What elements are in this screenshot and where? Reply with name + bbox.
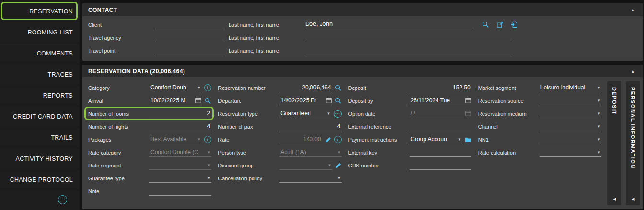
field-cancellation-policy: Cancellation policy ▼ xyxy=(218,172,342,185)
deposit-input[interactable]: 152.50 xyxy=(410,84,472,92)
arrival-label: Arrival xyxy=(88,98,150,104)
rate-category-dropdown: Comfort Double (C ▼ xyxy=(150,148,211,157)
option-date-input: / / xyxy=(410,110,472,118)
gds-number-label: GDS number xyxy=(348,163,410,168)
side-tabs: DEPOSIT ◀ PERSONAL INFORMATION ◀ xyxy=(607,81,640,205)
rate-calculation-dropdown[interactable]: ▼ xyxy=(540,148,601,157)
external-reference-input[interactable] xyxy=(410,122,472,131)
gds-number-input[interactable] xyxy=(410,161,472,170)
field-option-date: Option date / / xyxy=(348,107,472,120)
nn1-dropdown[interactable]: ▼ xyxy=(540,135,601,144)
number-of-pax-input[interactable]: 4 xyxy=(279,122,341,131)
empty-cell xyxy=(218,185,342,198)
field-nn1: NN1 ▼ xyxy=(478,133,602,146)
number-of-pax-label: Number of pax xyxy=(218,124,279,130)
tab-deposit[interactable]: DEPOSIT ◀ xyxy=(607,81,621,205)
import-contact-icon[interactable] xyxy=(511,21,518,28)
field-category: Category Comfort Doub ▼ i xyxy=(88,81,212,94)
field-external-key: External key xyxy=(348,146,472,159)
rate-category-label: Rate category xyxy=(88,150,150,155)
field-external-reference: External reference xyxy=(348,120,472,133)
contact-row-travel-point: Travel point Last name, first name xyxy=(88,44,637,57)
search-icon[interactable] xyxy=(335,98,342,104)
external-key-input[interactable] xyxy=(410,148,472,157)
reservation-number-label: Reservation number xyxy=(218,85,279,91)
rate-label: Rate xyxy=(218,137,279,143)
reservation-type-dropdown[interactable]: Guaranteed ▼ xyxy=(279,110,331,118)
departure-date-input[interactable]: 14/02/2025 Fr xyxy=(279,97,332,105)
search-icon[interactable] xyxy=(205,98,211,104)
field-departure: Departure 14/02/2025 Fr xyxy=(218,94,342,107)
guarantee-type-dropdown[interactable]: ▼ xyxy=(150,174,211,183)
sidebar-item-label: CHANGE PROTOCOL xyxy=(10,177,73,183)
arrival-date-input[interactable]: 10/02/2025 M xyxy=(150,97,202,105)
number-of-nights-label: Number of nights xyxy=(88,124,150,130)
packages-dropdown: Best Available ▼ xyxy=(150,135,201,144)
sidebar-item-traces[interactable]: TRACES xyxy=(0,64,80,85)
external-reference-label: External reference xyxy=(348,124,410,130)
ellipsis-circle-icon[interactable]: ··· xyxy=(334,110,342,118)
pencil-icon[interactable] xyxy=(335,162,342,169)
chevron-down-icon: ▼ xyxy=(597,150,601,155)
client-code-input[interactable] xyxy=(155,21,225,29)
travel-point-name-input[interactable] xyxy=(304,46,511,55)
client-name-input[interactable]: Doe, John xyxy=(304,21,472,29)
calendar-icon[interactable] xyxy=(465,97,472,104)
calendar-icon[interactable] xyxy=(195,97,202,104)
travel-agency-code-input[interactable] xyxy=(155,33,225,42)
travel-agency-label: Travel agency xyxy=(88,35,155,41)
chevron-down-icon: ▼ xyxy=(207,163,211,167)
field-note: Note xyxy=(88,185,212,198)
market-segment-dropdown[interactable]: Leisure Individual ▼ xyxy=(540,84,601,92)
search-icon[interactable] xyxy=(482,21,489,28)
tab-personal-information[interactable]: PERSONAL INFORMATION ◀ xyxy=(626,81,640,205)
sidebar-item-comments[interactable]: COMMENTS xyxy=(0,43,80,64)
sidebar-item-trails[interactable]: TRAILS xyxy=(0,127,80,148)
info-icon[interactable]: i xyxy=(204,84,211,91)
reservation-medium-dropdown[interactable]: ▼ xyxy=(540,110,601,118)
payment-instructions-label: Payment instructions xyxy=(348,137,410,143)
pencil-icon[interactable] xyxy=(325,136,332,143)
contact-panel-title: CONTACT xyxy=(88,7,117,13)
category-dropdown[interactable]: Comfort Doub ▼ xyxy=(150,84,201,92)
reservation-data-title: RESERVATION DATA (20,006,464) xyxy=(88,68,185,75)
chevron-down-icon: ▼ xyxy=(327,111,331,116)
travel-agency-name-input[interactable] xyxy=(304,33,511,42)
cancellation-policy-dropdown[interactable]: ▼ xyxy=(279,174,341,183)
sidebar-item-credit-card-data[interactable]: CREDIT CARD DATA xyxy=(0,106,80,127)
chevron-down-icon: ▼ xyxy=(328,163,332,167)
field-channel: Channel ▼ xyxy=(478,120,602,133)
reservation-source-dropdown[interactable]: ▼ xyxy=(540,97,601,105)
sidebar-item-change-protocol[interactable]: CHANGE PROTOCOL xyxy=(0,169,80,190)
field-number-of-pax: Number of pax 4 xyxy=(218,120,342,133)
rate-calculation-label: Rate calculation xyxy=(478,150,540,155)
open-profile-icon[interactable] xyxy=(496,21,504,28)
folder-icon[interactable] xyxy=(465,136,472,143)
sidebar-item-rooming-list[interactable]: ROOMING LIST xyxy=(0,22,80,43)
collapse-icon[interactable]: ▲ xyxy=(629,68,637,75)
note-input[interactable] xyxy=(150,187,211,196)
empty-cell xyxy=(348,185,472,198)
cancellation-policy-label: Cancellation policy xyxy=(218,176,279,181)
chevron-down-icon: ▼ xyxy=(207,150,211,155)
chevron-left-icon[interactable]: ◀ xyxy=(632,193,635,201)
info-icon[interactable]: i xyxy=(204,136,211,143)
client-actions xyxy=(479,21,518,28)
travel-point-code-input[interactable] xyxy=(155,46,225,55)
sidebar-item-activity-history[interactable]: ACTIVITY HISTORY xyxy=(0,148,80,169)
info-icon[interactable]: i xyxy=(334,136,342,143)
search-icon[interactable] xyxy=(335,85,342,91)
collapse-icon[interactable]: ▲ xyxy=(629,7,637,13)
calendar-icon[interactable] xyxy=(325,97,332,104)
sidebar-item-reports[interactable]: REPORTS xyxy=(0,85,80,106)
client-label: Client xyxy=(88,22,155,28)
contact-row-travel-agency: Travel agency Last name, first name xyxy=(88,31,637,44)
sidebar-item-reservation[interactable]: RESERVATION xyxy=(0,1,80,22)
payment-instructions-dropdown[interactable]: Group Accoun ▼ xyxy=(410,135,462,144)
chevron-left-icon[interactable]: ◀ xyxy=(613,193,616,201)
ellipsis-circle-icon[interactable]: ··· xyxy=(58,195,67,204)
number-of-rooms-input[interactable]: 2 xyxy=(150,110,211,118)
chevron-down-icon: ▼ xyxy=(597,99,601,103)
channel-dropdown[interactable]: ▼ xyxy=(540,122,601,131)
deposit-by-date-input[interactable]: 26/11/2024 Tue xyxy=(410,97,472,105)
